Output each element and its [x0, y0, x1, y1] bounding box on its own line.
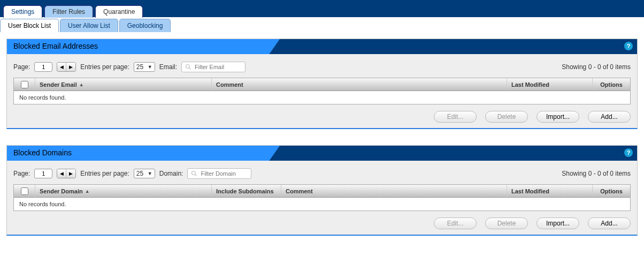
help-icon[interactable]: ? [624, 42, 633, 50]
toolbar-emails: Page: ◀ ▶ Entries per page: 25▼ Email: S… [13, 62, 631, 72]
col-last-modified[interactable]: Last Modified [507, 78, 593, 91]
tab-filter-rules[interactable]: Filter Rules [44, 5, 93, 18]
chevron-down-icon: ▼ [148, 64, 152, 70]
sort-asc-icon: ▲ [85, 189, 90, 194]
grid-emails: Sender Email▲ Comment Last Modified Opti… [13, 78, 631, 104]
col-sender-domain[interactable]: Sender Domain▲ [35, 185, 212, 197]
pager: ◀ ▶ [57, 169, 76, 178]
delete-button[interactable]: Delete [485, 111, 528, 123]
showing-text: Showing 0 - 0 of 0 items [562, 63, 631, 71]
tab-settings[interactable]: Settings [3, 5, 42, 18]
panel-title-emails: Blocked Email Addresses [7, 39, 637, 53]
page-input[interactable] [34, 169, 52, 178]
import-button[interactable]: Import... [536, 217, 579, 229]
add-button[interactable]: Add... [588, 111, 631, 123]
filter-email-input[interactable] [194, 63, 242, 71]
subtab-user-allow-list[interactable]: User Allow List [60, 19, 118, 32]
select-all-cell [14, 185, 35, 197]
search-icon [191, 170, 197, 177]
col-last-modified[interactable]: Last Modified [507, 185, 593, 197]
grid-head-emails: Sender Email▲ Comment Last Modified Opti… [14, 78, 630, 91]
col-options: Options [593, 78, 630, 91]
entries-label: Entries per page: [80, 63, 129, 71]
add-button[interactable]: Add... [588, 217, 631, 229]
svg-line-1 [189, 68, 191, 70]
page-label: Page: [13, 63, 30, 71]
import-button[interactable]: Import... [536, 111, 579, 123]
help-icon[interactable]: ? [624, 148, 633, 157]
page-next-button[interactable]: ▶ [66, 63, 75, 71]
select-all-checkbox[interactable] [21, 187, 28, 195]
svg-point-0 [186, 65, 190, 69]
svg-point-2 [192, 171, 196, 175]
entries-select[interactable]: 25▼ [134, 62, 155, 72]
search-icon [185, 64, 191, 70]
actions-emails: Edit... Delete Import... Add... [13, 111, 631, 123]
pager: ◀ ▶ [57, 62, 76, 72]
grid-head-domains: Sender Domain▲ Include Subdomains Commen… [14, 185, 630, 198]
page-prev-button[interactable]: ◀ [57, 169, 66, 178]
empty-row-emails: No records found. [14, 91, 630, 104]
grid-domains: Sender Domain▲ Include Subdomains Commen… [13, 184, 631, 211]
sub-tab-bar: User Block List User Allow List Geoblock… [0, 17, 644, 32]
select-all-cell [14, 78, 35, 91]
subtab-user-block-list[interactable]: User Block List [0, 19, 59, 32]
sort-asc-icon: ▲ [79, 82, 84, 87]
entries-select[interactable]: 25▼ [134, 169, 155, 178]
col-options: Options [593, 185, 630, 197]
edit-button[interactable]: Edit... [434, 111, 477, 123]
toolbar-domains: Page: ◀ ▶ Entries per page: 25▼ Domain: … [13, 168, 631, 179]
panel-header-emails: Blocked Email Addresses ? [7, 39, 637, 54]
col-sender-email[interactable]: Sender Email▲ [35, 78, 212, 91]
empty-row-domains: No records found. [14, 198, 630, 211]
svg-line-3 [195, 175, 197, 176]
tab-quarantine[interactable]: Quarantine [95, 5, 143, 18]
panel-title-domains: Blocked Domains [7, 146, 637, 160]
showing-text: Showing 0 - 0 of 0 items [562, 170, 631, 177]
col-include-subdomains[interactable]: Include Subdomains [212, 185, 281, 197]
col-comment[interactable]: Comment [281, 185, 507, 197]
page-prev-button[interactable]: ◀ [57, 63, 66, 71]
delete-button[interactable]: Delete [485, 217, 528, 229]
col-comment[interactable]: Comment [212, 78, 507, 91]
top-tab-bar: Settings Filter Rules Quarantine [0, 0, 644, 17]
filter-label: Domain: [159, 170, 183, 177]
panel-blocked-emails: Blocked Email Addresses ? Page: ◀ ▶ Entr… [6, 39, 638, 129]
edit-button[interactable]: Edit... [434, 217, 477, 229]
filter-label: Email: [159, 63, 177, 71]
filter-email-wrap [181, 62, 246, 72]
select-all-checkbox[interactable] [21, 81, 28, 88]
filter-domain-wrap [187, 168, 251, 179]
actions-domains: Edit... Delete Import... Add... [13, 217, 631, 229]
chevron-down-icon: ▼ [148, 171, 152, 176]
panel-header-domains: Blocked Domains ? [7, 146, 637, 161]
page-label: Page: [13, 170, 30, 177]
page-input[interactable] [34, 62, 52, 72]
page-next-button[interactable]: ▶ [66, 169, 75, 178]
filter-domain-input[interactable] [200, 170, 248, 177]
entries-label: Entries per page: [80, 170, 129, 177]
subtab-geoblocking[interactable]: Geoblocking [119, 19, 171, 32]
panel-blocked-domains: Blocked Domains ? Page: ◀ ▶ Entries per … [6, 145, 638, 236]
